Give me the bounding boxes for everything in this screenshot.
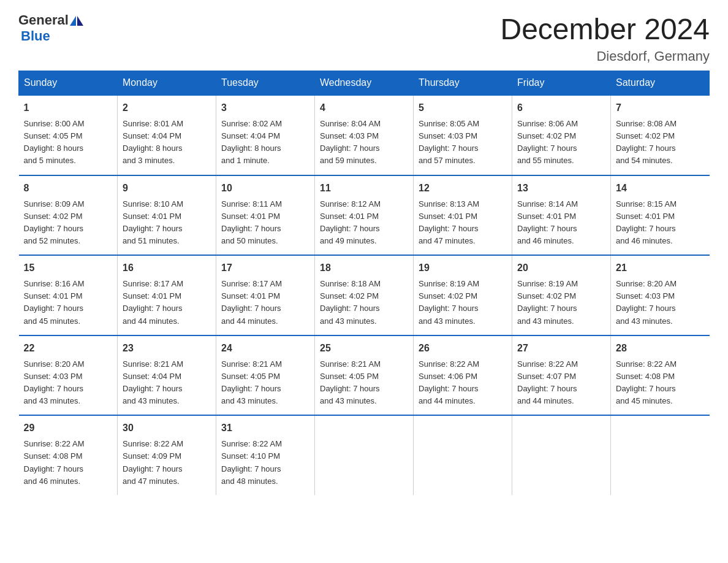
header-friday: Friday — [512, 71, 611, 96]
calendar-title: December 2024 — [500, 12, 710, 46]
table-row: 20 Sunrise: 8:19 AM Sunset: 4:02 PM Dayl… — [512, 255, 611, 335]
day-info: Sunrise: 8:14 AM Sunset: 4:01 PM Dayligh… — [517, 198, 605, 248]
table-row: 30 Sunrise: 8:22 AM Sunset: 4:09 PM Dayl… — [118, 415, 216, 495]
day-number: 20 — [517, 261, 605, 275]
day-number: 12 — [419, 181, 507, 196]
header-tuesday: Tuesday — [216, 71, 315, 96]
page-header: General Blue December 2024 Diesdorf, Ger… — [18, 12, 710, 64]
day-number: 25 — [320, 341, 408, 356]
day-number: 30 — [123, 421, 211, 435]
day-info: Sunrise: 8:21 AM Sunset: 4:04 PM Dayligh… — [123, 358, 211, 408]
calendar-header-row: Sunday Monday Tuesday Wednesday Thursday… — [19, 71, 710, 96]
header-monday: Monday — [118, 71, 216, 96]
table-row: 19 Sunrise: 8:19 AM Sunset: 4:02 PM Dayl… — [414, 255, 512, 335]
table-row: 7 Sunrise: 8:08 AM Sunset: 4:02 PM Dayli… — [611, 95, 710, 175]
day-number: 24 — [221, 341, 309, 356]
day-info: Sunrise: 8:21 AM Sunset: 4:05 PM Dayligh… — [221, 358, 309, 408]
day-number: 2 — [123, 101, 211, 115]
day-number: 5 — [419, 101, 507, 115]
day-info: Sunrise: 8:20 AM Sunset: 4:03 PM Dayligh… — [616, 278, 705, 327]
day-number: 28 — [616, 341, 705, 356]
day-number: 9 — [123, 181, 211, 196]
table-row: 31 Sunrise: 8:22 AM Sunset: 4:10 PM Dayl… — [216, 415, 315, 495]
day-info: Sunrise: 8:22 AM Sunset: 4:09 PM Dayligh… — [123, 438, 211, 488]
day-info: Sunrise: 8:02 AM Sunset: 4:04 PM Dayligh… — [221, 118, 309, 167]
day-number: 27 — [517, 341, 605, 356]
day-info: Sunrise: 8:05 AM Sunset: 4:03 PM Dayligh… — [419, 118, 507, 167]
day-info: Sunrise: 8:11 AM Sunset: 4:01 PM Dayligh… — [221, 198, 309, 248]
table-row: 2 Sunrise: 8:01 AM Sunset: 4:04 PM Dayli… — [118, 95, 216, 175]
day-number: 13 — [517, 181, 605, 196]
table-row: 4 Sunrise: 8:04 AM Sunset: 4:03 PM Dayli… — [315, 95, 414, 175]
table-row: 5 Sunrise: 8:05 AM Sunset: 4:03 PM Dayli… — [414, 95, 512, 175]
day-info: Sunrise: 8:18 AM Sunset: 4:02 PM Dayligh… — [320, 278, 408, 327]
day-info: Sunrise: 8:21 AM Sunset: 4:05 PM Dayligh… — [320, 358, 408, 408]
table-row — [512, 415, 611, 495]
day-number: 21 — [616, 261, 705, 275]
day-info: Sunrise: 8:13 AM Sunset: 4:01 PM Dayligh… — [419, 198, 507, 248]
day-info: Sunrise: 8:04 AM Sunset: 4:03 PM Dayligh… — [320, 118, 408, 167]
day-number: 1 — [24, 101, 113, 115]
calendar-week-row: 8 Sunrise: 8:09 AM Sunset: 4:02 PM Dayli… — [19, 175, 710, 256]
table-row: 3 Sunrise: 8:02 AM Sunset: 4:04 PM Dayli… — [216, 95, 315, 175]
day-info: Sunrise: 8:01 AM Sunset: 4:04 PM Dayligh… — [123, 118, 211, 167]
table-row: 29 Sunrise: 8:22 AM Sunset: 4:08 PM Dayl… — [19, 415, 118, 495]
table-row: 15 Sunrise: 8:16 AM Sunset: 4:01 PM Dayl… — [19, 255, 118, 335]
calendar-week-row: 29 Sunrise: 8:22 AM Sunset: 4:08 PM Dayl… — [19, 415, 710, 495]
table-row — [315, 415, 414, 495]
day-number: 23 — [123, 341, 211, 356]
day-number: 10 — [221, 181, 309, 196]
table-row: 14 Sunrise: 8:15 AM Sunset: 4:01 PM Dayl… — [611, 175, 710, 256]
table-row: 16 Sunrise: 8:17 AM Sunset: 4:01 PM Dayl… — [118, 255, 216, 335]
table-row — [611, 415, 710, 495]
table-row — [414, 415, 512, 495]
day-info: Sunrise: 8:19 AM Sunset: 4:02 PM Dayligh… — [419, 278, 507, 327]
day-info: Sunrise: 8:17 AM Sunset: 4:01 PM Dayligh… — [221, 278, 309, 327]
table-row: 8 Sunrise: 8:09 AM Sunset: 4:02 PM Dayli… — [19, 175, 118, 256]
table-row: 26 Sunrise: 8:22 AM Sunset: 4:06 PM Dayl… — [414, 335, 512, 416]
header-thursday: Thursday — [414, 71, 512, 96]
table-row: 1 Sunrise: 8:00 AM Sunset: 4:05 PM Dayli… — [19, 95, 118, 175]
table-row: 18 Sunrise: 8:18 AM Sunset: 4:02 PM Dayl… — [315, 255, 414, 335]
day-info: Sunrise: 8:19 AM Sunset: 4:02 PM Dayligh… — [517, 278, 605, 327]
table-row: 6 Sunrise: 8:06 AM Sunset: 4:02 PM Dayli… — [512, 95, 611, 175]
title-block: December 2024 Diesdorf, Germany — [500, 12, 710, 64]
table-row: 17 Sunrise: 8:17 AM Sunset: 4:01 PM Dayl… — [216, 255, 315, 335]
day-number: 11 — [320, 181, 408, 196]
day-number: 3 — [221, 101, 309, 115]
day-info: Sunrise: 8:22 AM Sunset: 4:07 PM Dayligh… — [517, 358, 605, 408]
day-info: Sunrise: 8:22 AM Sunset: 4:08 PM Dayligh… — [24, 438, 113, 488]
logo-general-text: General — [18, 12, 69, 28]
day-info: Sunrise: 8:06 AM Sunset: 4:02 PM Dayligh… — [517, 118, 605, 167]
table-row: 21 Sunrise: 8:20 AM Sunset: 4:03 PM Dayl… — [611, 255, 710, 335]
day-number: 31 — [221, 421, 309, 435]
table-row: 9 Sunrise: 8:10 AM Sunset: 4:01 PM Dayli… — [118, 175, 216, 256]
logo-blue-text: Blue — [21, 28, 50, 44]
day-number: 17 — [221, 261, 309, 275]
day-info: Sunrise: 8:00 AM Sunset: 4:05 PM Dayligh… — [24, 118, 113, 167]
table-row: 12 Sunrise: 8:13 AM Sunset: 4:01 PM Dayl… — [414, 175, 512, 256]
day-number: 26 — [419, 341, 507, 356]
day-number: 16 — [123, 261, 211, 275]
calendar-week-row: 15 Sunrise: 8:16 AM Sunset: 4:01 PM Dayl… — [19, 255, 710, 335]
header-wednesday: Wednesday — [315, 71, 414, 96]
table-row: 24 Sunrise: 8:21 AM Sunset: 4:05 PM Dayl… — [216, 335, 315, 416]
header-saturday: Saturday — [611, 71, 710, 96]
day-info: Sunrise: 8:22 AM Sunset: 4:10 PM Dayligh… — [221, 438, 309, 488]
calendar-week-row: 22 Sunrise: 8:20 AM Sunset: 4:03 PM Dayl… — [19, 335, 710, 416]
calendar-week-row: 1 Sunrise: 8:00 AM Sunset: 4:05 PM Dayli… — [19, 95, 710, 175]
day-info: Sunrise: 8:17 AM Sunset: 4:01 PM Dayligh… — [123, 278, 211, 327]
table-row: 25 Sunrise: 8:21 AM Sunset: 4:05 PM Dayl… — [315, 335, 414, 416]
day-number: 15 — [24, 261, 113, 275]
day-number: 22 — [24, 341, 113, 356]
table-row: 13 Sunrise: 8:14 AM Sunset: 4:01 PM Dayl… — [512, 175, 611, 256]
logo: General Blue — [18, 12, 83, 44]
calendar-subtitle: Diesdorf, Germany — [500, 48, 710, 64]
table-row: 11 Sunrise: 8:12 AM Sunset: 4:01 PM Dayl… — [315, 175, 414, 256]
day-number: 6 — [517, 101, 605, 115]
table-row: 27 Sunrise: 8:22 AM Sunset: 4:07 PM Dayl… — [512, 335, 611, 416]
day-info: Sunrise: 8:22 AM Sunset: 4:06 PM Dayligh… — [419, 358, 507, 408]
day-info: Sunrise: 8:08 AM Sunset: 4:02 PM Dayligh… — [616, 118, 705, 167]
day-number: 14 — [616, 181, 705, 196]
day-info: Sunrise: 8:09 AM Sunset: 4:02 PM Dayligh… — [24, 198, 113, 248]
